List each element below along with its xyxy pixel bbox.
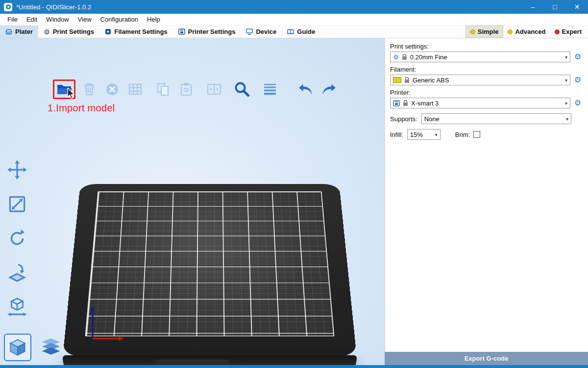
variable-layer-height-button[interactable] — [261, 79, 279, 99]
mode-label: Advanced — [515, 28, 545, 35]
tab-label: Guide — [297, 28, 315, 35]
mouse-cursor-icon — [67, 88, 75, 100]
menu-item-window[interactable]: Window — [42, 14, 73, 25]
window-bottom-border — [0, 365, 588, 368]
redo-icon — [320, 80, 338, 98]
place-on-face-icon — [6, 262, 28, 284]
redo-button[interactable] — [319, 79, 338, 99]
preset-gear-icon: ⚙ — [393, 54, 399, 60]
print-settings-combo[interactable]: ⚙ 0.20mm Fine ▾ — [390, 52, 570, 62]
app-logo-icon — [4, 3, 12, 11]
filament-settings-tab-icon — [105, 28, 111, 35]
infill-value: 15% — [410, 131, 423, 138]
3d-viewport[interactable]: 1.Import model — [0, 38, 385, 365]
supports-label: Supports: — [390, 115, 417, 123]
tab-guide[interactable]: Guide — [282, 26, 320, 38]
filament-combo[interactable]: Generic ABS ▾ — [390, 75, 570, 85]
filament-gear-button[interactable]: ⚙ — [573, 76, 582, 84]
paste-button[interactable] — [177, 79, 196, 99]
lock-icon — [404, 77, 410, 83]
editor-3d-view-button[interactable] — [4, 334, 31, 361]
tab-print-settings[interactable]: ⚙ Print Settings — [38, 26, 99, 38]
brim-label: Brim: — [455, 131, 470, 138]
guide-tab-icon — [287, 29, 294, 35]
advanced-mode-icon — [508, 29, 513, 34]
3d-cube-icon — [7, 337, 28, 358]
filament-value: Generic ABS — [413, 77, 449, 84]
mode-expert[interactable]: Expert — [550, 26, 586, 38]
delete-icon — [81, 81, 98, 98]
object-toolbar — [53, 79, 338, 99]
menu-item-edit[interactable]: Edit — [22, 14, 42, 25]
move-tool-button[interactable] — [3, 156, 31, 184]
close-button[interactable]: ✕ — [566, 0, 588, 14]
minimize-button[interactable]: – — [522, 0, 544, 14]
tab-printer-settings[interactable]: Printer Settings — [173, 26, 241, 38]
mode-advanced[interactable]: Advanced — [503, 26, 550, 38]
supports-value: None — [424, 115, 440, 123]
scale-icon — [6, 193, 28, 215]
print-settings-label: Print settings: — [390, 43, 582, 50]
menu-item-view[interactable]: View — [74, 14, 96, 25]
menu-item-file[interactable]: File — [3, 14, 22, 25]
measure-icon — [6, 296, 28, 318]
import-model-annotation: 1.Import model — [48, 103, 115, 114]
mode-label: Simple — [478, 28, 499, 35]
mode-switcher: Simple Advanced Expert — [466, 26, 588, 38]
printer-combo[interactable]: X-smart 3 ▾ — [390, 98, 570, 108]
export-gcode-button[interactable]: Export G-code — [385, 352, 588, 365]
place-on-face-tool-button[interactable] — [3, 259, 31, 287]
rotate-tool-button[interactable] — [3, 225, 31, 252]
title-bar: *Untitled - QIDISlicer-1.0.2 – □ ✕ — [0, 0, 588, 14]
tab-label: Print Settings — [53, 28, 95, 35]
split-objects-icon — [206, 81, 222, 98]
settings-sidebar: Print settings: ⚙ 0.20mm Fine ▾ ⚙ Filame… — [385, 38, 588, 352]
dropdown-arrow-icon: ▾ — [565, 101, 567, 106]
supports-combo[interactable]: None ▾ — [421, 113, 571, 124]
copy-button[interactable] — [154, 79, 172, 99]
bed-handle-notch — [148, 360, 237, 365]
measure-tool-button[interactable] — [3, 293, 31, 321]
search-button[interactable] — [233, 79, 251, 99]
print-settings-gear-button[interactable]: ⚙ — [573, 53, 582, 61]
tab-label: Device — [256, 28, 276, 35]
filament-label: Filament: — [390, 66, 582, 73]
printer-icon — [393, 100, 400, 106]
printer-settings-tab-icon — [178, 28, 185, 35]
layers-preview-button[interactable] — [37, 334, 65, 361]
infill-label: Infill: — [390, 131, 403, 138]
tab-device[interactable]: Device — [241, 26, 282, 38]
undo-icon — [297, 80, 315, 98]
undo-button[interactable] — [296, 79, 315, 99]
printer-gear-button[interactable]: ⚙ — [573, 99, 582, 107]
filament-color-swatch — [393, 77, 401, 83]
search-icon — [233, 80, 251, 98]
simple-mode-icon — [470, 29, 475, 34]
scale-tool-button[interactable] — [3, 190, 31, 218]
maximize-button[interactable]: □ — [544, 0, 566, 14]
arrange-icon — [127, 81, 144, 98]
menu-item-help[interactable]: Help — [143, 14, 165, 25]
infill-combo[interactable]: 15% ▾ — [407, 129, 441, 140]
delete-button[interactable] — [80, 79, 98, 99]
menu-item-configuration[interactable]: Configuration — [96, 14, 143, 25]
tab-label: Filament Settings — [114, 28, 167, 35]
print-settings-tab-icon: ⚙ — [44, 28, 50, 35]
printer-value: X-smart 3 — [411, 100, 439, 107]
tab-bar: Plater ⚙ Print Settings Filament Setting… — [0, 26, 588, 38]
device-tab-icon — [246, 28, 253, 35]
delete-all-icon — [104, 81, 121, 98]
tab-label: Printer Settings — [188, 28, 236, 35]
arrange-button[interactable] — [126, 79, 145, 99]
delete-all-button[interactable] — [103, 79, 122, 99]
lock-icon — [403, 100, 408, 106]
origin-axes-indicator — [88, 306, 128, 344]
dropdown-arrow-icon: ▾ — [565, 78, 567, 83]
split-objects-button[interactable] — [205, 79, 223, 99]
printer-label: Printer: — [390, 89, 582, 96]
tab-plater[interactable]: Plater — [0, 26, 38, 38]
tab-filament-settings[interactable]: Filament Settings — [99, 26, 172, 38]
view-toolbar — [4, 334, 65, 361]
mode-simple[interactable]: Simple — [466, 26, 504, 38]
brim-checkbox[interactable] — [473, 131, 480, 138]
